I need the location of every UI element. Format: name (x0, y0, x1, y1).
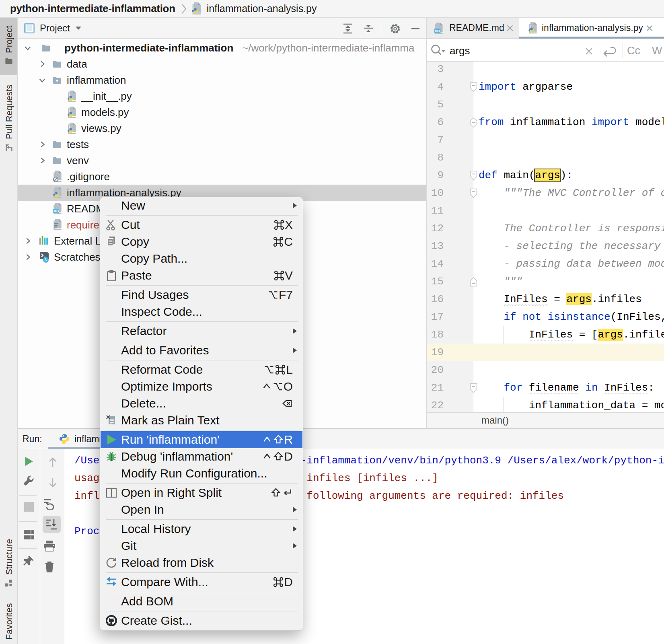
svg-text:MD: MD (53, 209, 59, 213)
svg-text:MD: MD (435, 29, 440, 33)
